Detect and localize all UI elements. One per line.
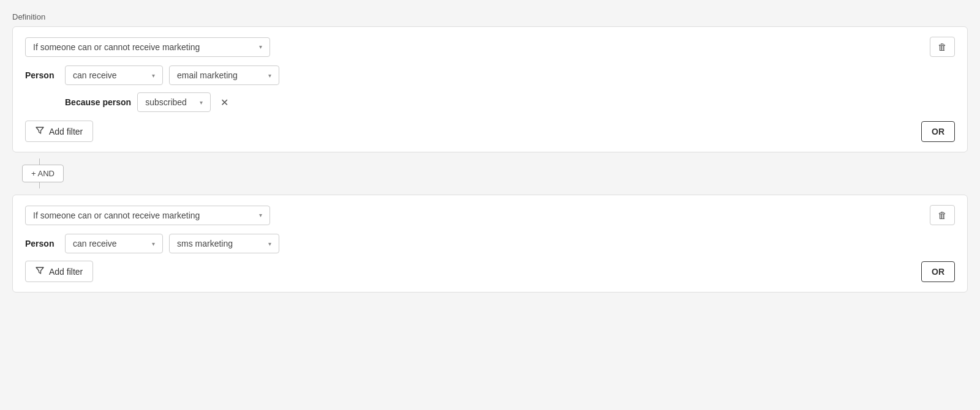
vertical-line-top xyxy=(39,158,40,165)
chevron-down-icon-because-1: ▾ xyxy=(200,99,203,106)
person-row-1: Person can receive ▾ email marketing ▾ xyxy=(25,65,955,85)
condition-block-1: If someone can or cannot receive marketi… xyxy=(12,26,968,152)
or-button-2[interactable]: OR xyxy=(921,261,955,282)
and-connector: + AND xyxy=(12,158,968,188)
trash-icon-2: 🗑 xyxy=(938,210,947,220)
delete-button-1[interactable]: 🗑 xyxy=(930,37,955,57)
add-filter-label-1: Add filter xyxy=(49,127,83,136)
person-row-2: Person can receive ▾ sms marketing ▾ xyxy=(25,234,955,253)
person-label-2: Person xyxy=(25,239,59,248)
add-filter-label-2: Add filter xyxy=(49,267,83,277)
main-condition-select-2[interactable]: If someone can or cannot receive marketi… xyxy=(25,206,270,225)
condition-block-2: If someone can or cannot receive marketi… xyxy=(12,195,968,293)
remove-because-button-1[interactable]: ✕ xyxy=(217,95,232,110)
marketing-type-select-1[interactable]: email marketing ▾ xyxy=(169,65,279,85)
chevron-down-icon-2: ▾ xyxy=(259,212,262,218)
receive-select-1[interactable]: can receive ▾ xyxy=(65,65,163,85)
bottom-row-2: Add filter OR xyxy=(25,261,955,282)
because-select-1-label: subscribed xyxy=(145,97,187,107)
delete-button-2[interactable]: 🗑 xyxy=(930,205,955,225)
because-label-1: Because person xyxy=(65,97,131,107)
chevron-down-icon-marketing-1: ▾ xyxy=(268,72,271,79)
condition-header-2: If someone can or cannot receive marketi… xyxy=(25,205,955,225)
chevron-down-icon-receive-2: ▾ xyxy=(152,240,155,247)
bottom-row-1: Add filter OR xyxy=(25,121,955,142)
trash-icon-1: 🗑 xyxy=(938,42,947,52)
person-label-1: Person xyxy=(25,70,59,80)
receive-select-2[interactable]: can receive ▾ xyxy=(65,234,163,253)
filter-icon-1 xyxy=(36,126,44,136)
page-container: Definition If someone can or cannot rece… xyxy=(12,12,968,293)
vertical-line-bottom xyxy=(39,182,40,188)
marketing-type-select-2[interactable]: sms marketing ▾ xyxy=(169,234,279,253)
chevron-down-icon-1: ▾ xyxy=(259,43,262,50)
receive-select-2-label: can receive xyxy=(73,239,117,248)
because-row-1: Because person subscribed ▾ ✕ xyxy=(65,92,955,112)
main-condition-select-2-label: If someone can or cannot receive marketi… xyxy=(33,211,200,220)
main-condition-select-1[interactable]: If someone can or cannot receive marketi… xyxy=(25,37,270,57)
filter-icon-2 xyxy=(36,266,44,277)
receive-select-1-label: can receive xyxy=(73,70,117,80)
chevron-down-icon-receive-1: ▾ xyxy=(152,72,155,79)
main-condition-select-1-label: If someone can or cannot receive marketi… xyxy=(33,42,200,52)
definition-label: Definition xyxy=(12,12,968,21)
add-filter-button-2[interactable]: Add filter xyxy=(25,261,93,282)
and-button[interactable]: + AND xyxy=(22,165,64,182)
marketing-type-select-2-label: sms marketing xyxy=(177,239,233,248)
chevron-down-icon-marketing-2: ▾ xyxy=(268,240,271,247)
condition-header-1: If someone can or cannot receive marketi… xyxy=(25,37,955,57)
marketing-type-select-1-label: email marketing xyxy=(177,70,238,80)
add-filter-button-1[interactable]: Add filter xyxy=(25,121,93,142)
or-button-1[interactable]: OR xyxy=(921,121,955,142)
because-select-1[interactable]: subscribed ▾ xyxy=(137,92,211,112)
